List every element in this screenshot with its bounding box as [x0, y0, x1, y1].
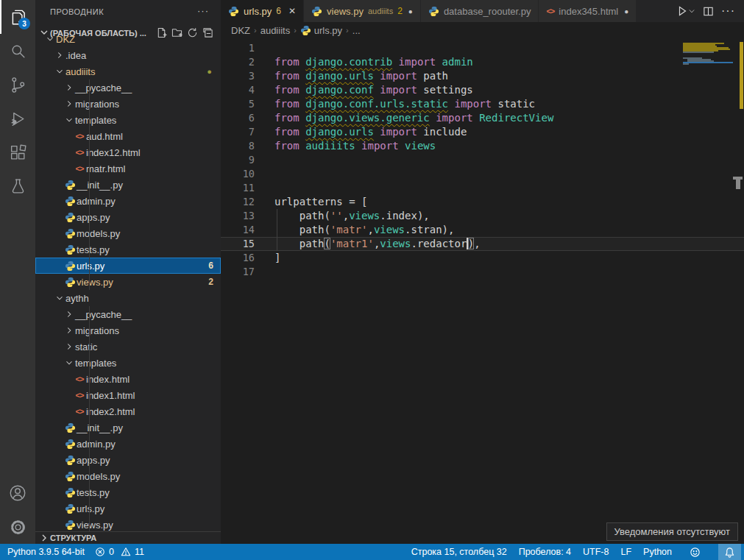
statusbar-language-mode[interactable]: Python — [643, 547, 672, 557]
tree-folder-DKZ[interactable]: DKZ — [35, 31, 221, 47]
line-number: 8 — [221, 139, 255, 153]
statusbar-notifications-bell[interactable] — [718, 544, 741, 560]
tree-file-index1.html[interactable]: <>index1.html — [35, 387, 221, 403]
tab-database_roouter.py[interactable]: database_roouter.py — [421, 0, 539, 22]
breadcrumb-item-DKZ[interactable]: DKZ — [231, 25, 250, 36]
activity-bar-item-testing[interactable] — [0, 169, 35, 203]
tree-file-views.py[interactable]: views.py — [35, 517, 221, 531]
tree-file-tests.py[interactable]: tests.py — [35, 241, 221, 258]
tab-label: database_roouter.py — [444, 6, 531, 17]
tree-file-apps.py[interactable]: apps.py — [35, 452, 221, 468]
tab-urls.py[interactable]: urls.py6✕ — [221, 0, 304, 22]
dirty-dot-icon[interactable]: ● — [624, 7, 628, 15]
tree-file-tests.py[interactable]: tests.py — [35, 484, 221, 500]
activity-bar-item-explorer[interactable]: 3 — [0, 0, 35, 34]
code-token: django.conf.urls.static — [305, 98, 448, 110]
close-icon[interactable]: ✕ — [288, 6, 296, 16]
minimap[interactable] — [683, 41, 733, 66]
tree-file-urls.py[interactable]: urls.py6 — [35, 258, 221, 274]
tab-views.py[interactable]: views.pyaudiiits2● — [304, 0, 421, 22]
dirty-dot-icon[interactable]: ● — [408, 7, 413, 15]
code-token: include — [423, 126, 467, 138]
activity-bar-item-search[interactable] — [0, 34, 35, 68]
tree-folder-static[interactable]: static — [35, 339, 221, 355]
line-text: ] — [274, 251, 280, 265]
tree-folder-__pycache__[interactable]: __pycache__ — [35, 306, 221, 322]
tree-folder-__pycache__[interactable]: __pycache__ — [35, 79, 221, 96]
tab-index345.html[interactable]: <>index345.html● — [539, 0, 637, 22]
outline-section-header[interactable]: СТРУКТУРА — [35, 531, 221, 544]
tree-folder-migrations[interactable]: migrations — [35, 96, 221, 112]
code-editor[interactable]: 12from django.contrib import admin3from … — [221, 38, 744, 544]
code-token: from — [274, 140, 305, 152]
line-number: 14 — [221, 223, 255, 237]
python-file-icon — [63, 196, 77, 207]
activity-bar-item-extensions[interactable] — [0, 135, 35, 169]
tree-file-matr.html[interactable]: <>matr.html — [35, 160, 221, 177]
tree-item-label: urls.py — [77, 503, 104, 514]
html-file-icon: <> — [73, 375, 86, 383]
tree-indent-guide — [89, 484, 90, 500]
code-token: from — [274, 112, 305, 124]
html-file-icon: <> — [73, 391, 86, 400]
breadcrumb: DKZ›audiiits›urls.py›... — [221, 22, 744, 38]
breadcrumb-item-urls.py[interactable]: urls.py — [300, 25, 342, 36]
statusbar-feedback[interactable] — [684, 544, 706, 560]
tree-indent-guide — [89, 419, 90, 436]
statusbar-python-interpreter[interactable]: Python 3.9.5 64-bit — [7, 547, 85, 557]
activity-bar-item-source-control[interactable] — [0, 68, 35, 102]
tree-file-urls.py[interactable]: urls.py — [35, 500, 221, 517]
tree-file-index.html[interactable]: <>index.html — [35, 371, 221, 387]
statusbar-cursor-position[interactable]: Строка 15, столбец 32 — [411, 547, 507, 557]
overview-ruler[interactable] — [733, 38, 744, 544]
statusbar-problems[interactable]: 011 — [95, 547, 144, 557]
code-line-13: 13 path('',views.index), — [221, 209, 744, 223]
code-token: views — [380, 238, 411, 249]
tree-folder-templates[interactable]: templates — [35, 112, 221, 128]
tree-file-index2.html[interactable]: <>index2.html — [35, 403, 221, 419]
more-actions-button[interactable]: ··· — [721, 4, 735, 18]
explorer-sidebar: ПРОВОДНИК ··· (РАБОЧАЯ ОБЛАСТЬ) ... DKZ.… — [35, 0, 221, 544]
tree-indent-guide — [89, 96, 90, 112]
tree-folder-migrations[interactable]: migrations — [35, 322, 221, 339]
statusbar-eol[interactable]: LF — [620, 547, 631, 557]
tree-file-__init__.py[interactable]: __init__.py — [35, 419, 221, 436]
activity-bar-item-account[interactable] — [0, 476, 35, 510]
tree-file-apps.py[interactable]: apps.py — [35, 209, 221, 225]
tree-item-label: audiiits — [65, 66, 95, 77]
tree-file-__init__.py[interactable]: __init__.py — [35, 177, 221, 193]
run-python-file-button[interactable] — [676, 5, 695, 17]
activity-bar-item-run-debug[interactable] — [0, 102, 35, 135]
statusbar-indentation[interactable]: Пробелов: 4 — [519, 547, 571, 557]
tree-indent-guide — [89, 160, 90, 177]
tree-file-aud.html[interactable]: <>aud.html — [35, 128, 221, 144]
settings-icon — [9, 518, 27, 536]
tree-file-views.py[interactable]: views.py2 — [35, 274, 221, 290]
code-line-7: 7from django.urls import include — [221, 125, 744, 139]
python-icon — [228, 6, 239, 17]
statusbar-encoding[interactable]: UTF-8 — [583, 547, 609, 557]
sidebar-more-actions-icon[interactable]: ··· — [197, 7, 209, 25]
tree-file-admin.py[interactable]: admin.py — [35, 193, 221, 209]
tree-item-label: admin.py — [77, 439, 116, 450]
split-editor-button[interactable] — [703, 6, 714, 17]
code-token: from — [274, 84, 305, 96]
scrollbar-slider[interactable] — [736, 180, 740, 189]
tree-folder-.idea[interactable]: .idea — [35, 47, 221, 63]
code-content: 12from django.contrib import admin3from … — [221, 38, 744, 279]
tree-folder-aythh[interactable]: aythh — [35, 290, 221, 306]
breadcrumb-item-...[interactable]: ... — [352, 25, 361, 36]
tree-file-admin.py[interactable]: admin.py — [35, 436, 221, 452]
tree-file-models.py[interactable]: models.py — [35, 468, 221, 484]
line-text: path('matr',views.stran), — [274, 223, 454, 237]
activity-bar-item-settings[interactable] — [0, 510, 35, 544]
tree-file-models.py[interactable]: models.py — [35, 225, 221, 241]
line-number: 4 — [221, 83, 255, 97]
chevron-right-icon — [63, 99, 75, 109]
tree-indent-guide — [89, 209, 90, 225]
tree-folder-audiiits[interactable]: audiiits● — [35, 63, 221, 79]
breadcrumb-item-audiiits[interactable]: audiiits — [261, 25, 290, 36]
line-text: urlpatterns = [ — [274, 195, 367, 209]
tree-folder-templates[interactable]: templates — [35, 355, 221, 371]
tree-file-index12.html[interactable]: <>index12.html — [35, 144, 221, 160]
